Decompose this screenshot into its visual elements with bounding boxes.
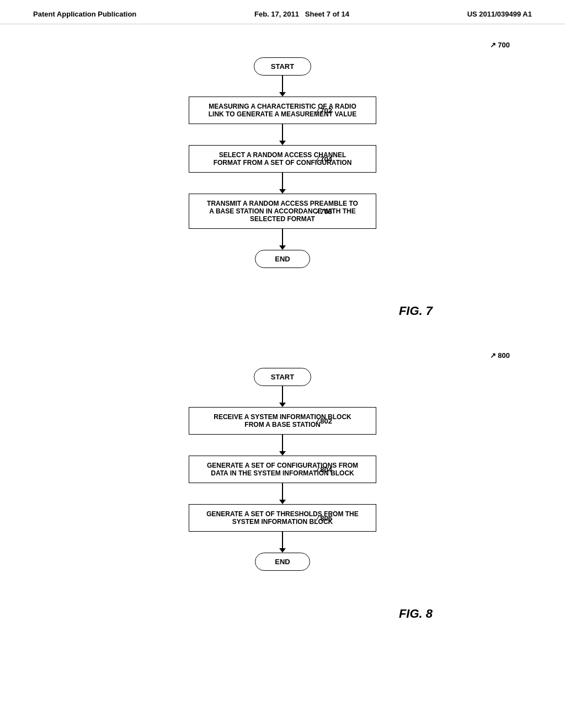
fig7-end-wrapper: END — [189, 250, 376, 268]
arrow-head — [279, 141, 286, 145]
fig7-container: ↗ 700 START MEASURING A CHARACTERISTIC O… — [33, 41, 532, 318]
fig8-end: END — [255, 553, 310, 571]
arrow-head — [279, 189, 286, 194]
arrow-line — [282, 483, 283, 500]
arrow-1 — [279, 76, 286, 97]
fig7-step702: MEASURING A CHARACTERISTIC OF A RADIOLIN… — [189, 97, 376, 124]
fig8-step802: RECEIVE A SYSTEM INFORMATION BLOCKFROM A… — [189, 407, 376, 435]
fig8-step804: GENERATE A SET OF CONFIGURATIONS FROMDAT… — [189, 456, 376, 483]
fig7-label: FIG. 7 — [399, 304, 433, 318]
page-header: Patent Application Publication Feb. 17, … — [0, 0, 565, 24]
header-right: US 2011/039499 A1 — [467, 10, 532, 18]
fig8-step804-label: ∕ 804 — [317, 465, 333, 474]
arrow-line — [282, 229, 283, 245]
arrow-4 — [279, 229, 286, 250]
arrow-line — [282, 124, 283, 141]
fig7-start-wrapper: START — [189, 57, 376, 76]
arrow-8 — [279, 532, 286, 553]
fig7-step702-wrapper: MEASURING A CHARACTERISTIC OF A RADIOLIN… — [189, 97, 376, 124]
arrow-7 — [279, 483, 286, 504]
fig8-end-wrapper: END — [189, 553, 376, 571]
arrow-head — [279, 548, 286, 553]
arrow-line — [282, 532, 283, 548]
arrow-head — [279, 245, 286, 250]
header-left: Patent Application Publication — [33, 10, 136, 18]
fig7-step706-wrapper: TRANSMIT A RANDOM ACCESS PREAMBLE TOA BA… — [189, 194, 376, 229]
arrow-2 — [279, 124, 286, 145]
fig7-step704: SELECT A RANDOM ACCESS CHANNELFORMAT FRO… — [189, 145, 376, 173]
header-center: Feb. 17, 2011 Sheet 7 of 14 — [254, 10, 349, 18]
arrow-line — [282, 435, 283, 451]
arrow-6 — [279, 435, 286, 456]
fig7-step702-label: ∕ 702 — [317, 106, 333, 115]
fig8-step804-wrapper: GENERATE A SET OF CONFIGURATIONS FROMDAT… — [189, 456, 376, 483]
arrow-3 — [279, 173, 286, 194]
arrow-line — [282, 386, 283, 403]
arrow-head — [279, 92, 286, 97]
fig7-diagram-number: ↗ 700 — [490, 41, 510, 49]
fig8-container: ↗ 800 START RECEIVE A SYSTEM INFORMATION… — [33, 351, 532, 621]
arrow-line — [282, 76, 283, 92]
fig8-start-wrapper: START — [189, 368, 376, 386]
fig7-step704-label: ∕ 704 — [317, 155, 333, 163]
fig7-flowchart: START MEASURING A CHARACTERISTIC OF A RA… — [189, 57, 376, 268]
fig7-step706: TRANSMIT A RANDOM ACCESS PREAMBLE TOA BA… — [189, 194, 376, 229]
fig7-step706-label: ∕ 706 — [317, 207, 333, 216]
arrow-head — [279, 500, 286, 504]
arrow-head — [279, 451, 286, 456]
fig8-start: START — [254, 368, 311, 386]
fig8-label: FIG. 8 — [399, 607, 433, 621]
fig8-step802-wrapper: RECEIVE A SYSTEM INFORMATION BLOCKFROM A… — [189, 407, 376, 435]
fig8-step806-wrapper: GENERATE A SET OF THRESHOLDS FROM THESYS… — [189, 504, 376, 532]
fig7-step704-wrapper: SELECT A RANDOM ACCESS CHANNELFORMAT FRO… — [189, 145, 376, 173]
arrow-head — [279, 403, 286, 407]
fig8-step806-label: ∕ 806 — [317, 514, 333, 522]
fig8-flowchart: START RECEIVE A SYSTEM INFORMATION BLOCK… — [189, 368, 376, 571]
fig7-end: END — [255, 250, 310, 268]
arrow-5 — [279, 386, 286, 407]
main-content: ↗ 700 START MEASURING A CHARACTERISTIC O… — [0, 24, 565, 649]
fig8-diagram-number: ↗ 800 — [490, 351, 510, 360]
arrow-line — [282, 173, 283, 189]
fig8-step802-label: ∕ 802 — [317, 417, 333, 425]
fig8-step806: GENERATE A SET OF THRESHOLDS FROM THESYS… — [189, 504, 376, 532]
fig7-start: START — [254, 57, 311, 76]
